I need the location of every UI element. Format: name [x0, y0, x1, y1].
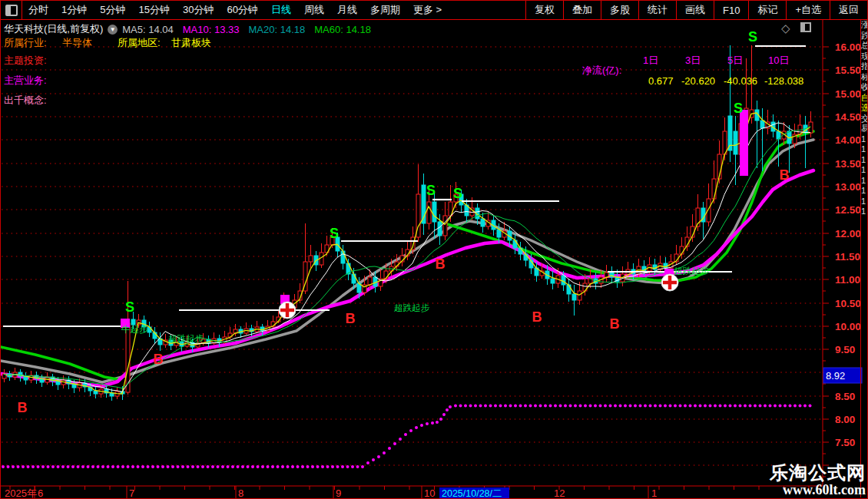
main-business-label: 主营业务:	[4, 74, 47, 88]
thick-green-b	[440, 131, 813, 281]
date-axis: 2025年6789101212025/10/28/二	[1, 486, 823, 499]
candle-down	[432, 202, 436, 222]
candle-up	[427, 202, 431, 223]
button-f10[interactable]: F10	[714, 1, 748, 19]
title-row: 华天科技(日线,前复权) ▼ MA5: 14.04 MA10: 13.33 MA…	[4, 22, 380, 36]
month-tick-label: 1	[651, 487, 657, 499]
chart-corner-icons[interactable]: ◇	[781, 21, 810, 35]
buy-signal: B	[154, 352, 164, 367]
month-tick-label: 12	[554, 487, 565, 499]
strip-char: 指	[861, 61, 867, 72]
netflow-header-5d: 5日	[727, 54, 743, 68]
candle-up	[309, 256, 313, 262]
month-tick-label: 2025年	[5, 487, 37, 499]
tab-30min[interactable]: 30分钟	[183, 3, 214, 17]
cross-circle-marker	[661, 274, 678, 291]
tab-multi-period[interactable]: 多周期	[370, 3, 400, 17]
clipped-quote-panel-strip: 涨跌总现指标收自选交易11111111	[860, 20, 867, 497]
annotation-text: 牛起步	[121, 325, 148, 334]
netflow-value-3d: -20.620	[681, 75, 715, 87]
button-overlay[interactable]: 叠加	[563, 1, 601, 19]
strip-char: 1	[861, 176, 867, 187]
button-mark[interactable]: 标记	[748, 1, 786, 19]
netflow-header-1d: 1日	[643, 54, 658, 68]
industry-value[interactable]: 半导体	[62, 36, 92, 50]
sell-signal: S	[330, 226, 339, 241]
button-stats[interactable]: 统计	[638, 1, 676, 19]
candle-down	[438, 222, 442, 236]
tab-daily[interactable]: 日线	[271, 3, 291, 17]
candle-down	[352, 274, 356, 283]
dotted-indicator-line	[2, 405, 812, 469]
strip-char: 1	[861, 134, 867, 145]
price-tick-label: 14.50	[835, 111, 861, 123]
button-add-watchlist[interactable]: +自选	[786, 1, 830, 19]
cross-circle-marker	[279, 302, 296, 319]
top-menu-bar: 分时 1分钟 5分钟 15分钟 30分钟 60分钟 日线 周线 月线 多周期 更…	[1, 1, 867, 20]
candle-down	[734, 131, 737, 154]
price-gridlines	[2, 47, 823, 465]
highlight-price-label: 8.92	[826, 370, 845, 382]
strip-char: 标	[861, 72, 867, 83]
layout-icon	[5, 5, 18, 16]
strip-char: 1	[861, 207, 867, 217]
chevron-down-icon[interactable]: ▼	[108, 25, 118, 35]
candle-down	[572, 294, 576, 300]
month-tick-label: 6	[38, 487, 43, 499]
button-multistock[interactable]: 多股	[601, 1, 638, 19]
period-menu: 分时 1分钟 5分钟 15分钟 30分钟 60分钟 日线 周线 月线 多周期 更…	[22, 1, 455, 19]
buy-signal: B	[610, 316, 620, 332]
buy-signal: B	[346, 311, 356, 326]
tab-1min[interactable]: 1分钟	[61, 3, 87, 17]
strip-char: 收	[861, 82, 867, 93]
month-tick-label: 7	[129, 487, 134, 499]
button-drawline[interactable]: 画线	[676, 1, 714, 19]
tool-menu: 复权 叠加 多股 统计 画线 F10 标记 +自选 返回	[525, 1, 867, 19]
button-back[interactable]: 返回	[830, 1, 867, 19]
price-axis: 16.0015.5015.0014.5014.0013.5013.0012.50…	[823, 20, 861, 486]
netflow-value-5d: -40.036	[724, 75, 757, 87]
tab-5min[interactable]: 5分钟	[100, 3, 125, 17]
ma20-legend: MA20: 14.18	[249, 24, 306, 35]
button-fuquan[interactable]: 复权	[525, 1, 563, 19]
candle-up	[443, 216, 447, 236]
price-tick-label: 9.50	[835, 344, 855, 355]
price-tick-label: 11.50	[835, 251, 860, 263]
strip-char: 1	[861, 186, 867, 197]
netflow-header-10d: 10日	[768, 54, 789, 68]
strip-char: 总	[861, 41, 867, 51]
price-tick-label: 16.00	[835, 41, 861, 53]
selected-date-label: 2025/10/28/二	[442, 488, 502, 499]
buy-signal: B	[18, 400, 28, 415]
buy-signal: B	[780, 167, 790, 183]
month-tick-label: 9	[336, 487, 341, 499]
price-tick-label: 12.50	[835, 204, 861, 216]
sell-signal: S	[734, 101, 743, 116]
window-layout-button[interactable]	[1, 1, 22, 19]
price-tick-label: 13.00	[835, 181, 861, 193]
candle-down	[341, 251, 345, 263]
netflow-header-3d: 3日	[685, 54, 701, 68]
candle-up	[578, 291, 581, 300]
sell-signal: S	[453, 186, 462, 201]
strip-char: 1	[861, 165, 867, 176]
watermark-site-name: 乐淘公式网	[770, 463, 866, 483]
candle-down	[551, 279, 555, 283]
buy-signal: B	[532, 309, 542, 325]
tab-weekly[interactable]: 周线	[304, 3, 324, 17]
tab-60min[interactable]: 60分钟	[227, 3, 257, 17]
price-tick-label: 15.50	[835, 64, 861, 76]
tab-more[interactable]: 更多 >	[413, 3, 442, 17]
concept-label: 出千概念:	[4, 94, 47, 107]
price-tick-label: 10.00	[835, 321, 861, 332]
strip-char: 选	[861, 103, 867, 114]
tab-fenshi[interactable]: 分时	[28, 3, 48, 17]
candles-layer	[2, 45, 813, 401]
tab-15min[interactable]: 15分钟	[138, 3, 169, 17]
area-value[interactable]: 甘肃板块	[171, 36, 211, 50]
strip-char: 交	[861, 114, 867, 124]
annotation-text: 超跌起步	[674, 266, 710, 276]
price-tick-label: 13.50	[835, 158, 861, 170]
theme-invest-label: 主题投资:	[4, 54, 47, 68]
tab-monthly[interactable]: 月线	[337, 3, 357, 17]
